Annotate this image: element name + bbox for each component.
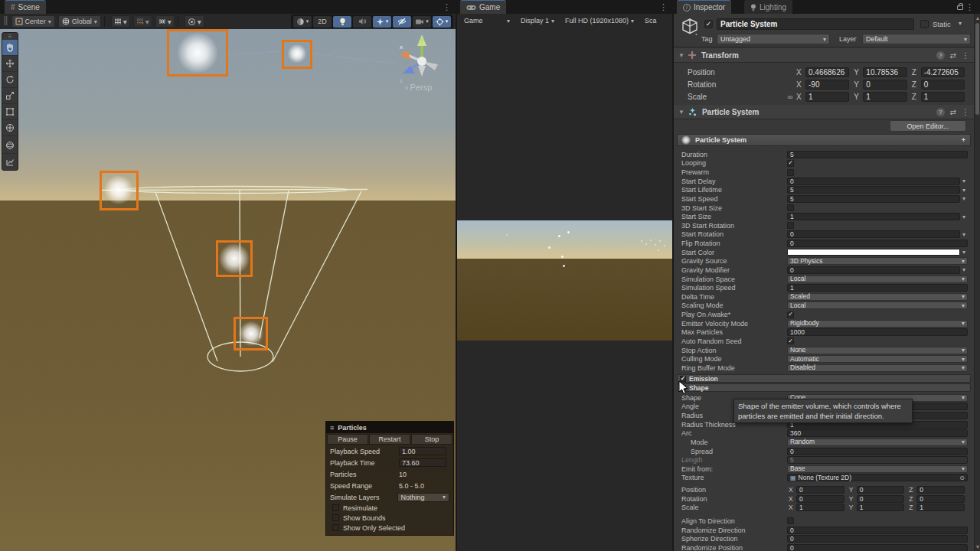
restart-button[interactable]: Restart xyxy=(369,434,410,445)
value-field[interactable]: 360 xyxy=(787,429,968,437)
overlay-dropdown[interactable]: Nothing▾ xyxy=(397,493,449,502)
vector-field[interactable]: 0 xyxy=(857,495,905,503)
value-field[interactable]: 0 xyxy=(787,178,960,185)
toolbar-handle-icon[interactable]: ‖ xyxy=(3,15,8,28)
value-field[interactable]: 5 xyxy=(787,151,968,158)
shading-mode-dropdown[interactable]: ▾ xyxy=(293,16,312,28)
grid-visual-dropdown[interactable]: ▾ xyxy=(111,15,130,28)
curve-dropdown-icon[interactable]: ▾ xyxy=(960,266,968,273)
tab-inspector[interactable]: i Inspector xyxy=(677,0,731,14)
scene-menu-kebab-icon[interactable]: ⋮ xyxy=(443,0,451,14)
stop-button[interactable]: Stop xyxy=(411,434,452,445)
curve-dropdown-icon[interactable]: ▾ xyxy=(960,187,968,194)
dropdown[interactable]: Local▾ xyxy=(787,276,968,283)
overlay-titlebar[interactable]: ≡ Particles xyxy=(326,422,453,433)
curve-dropdown-icon[interactable]: ▾ xyxy=(960,231,968,238)
value-field[interactable]: 0 xyxy=(787,448,968,455)
static-dropdown-arrow[interactable]: ▾ xyxy=(959,20,962,27)
scroll-down-icon[interactable]: ▼ xyxy=(975,544,980,549)
particle-system-header[interactable]: ▼ Particle System ? ⇄ ⋮ xyxy=(674,105,974,119)
dropdown[interactable]: Random▾ xyxy=(787,439,968,446)
overlay-field[interactable]: 1.00 xyxy=(399,447,446,455)
pivot-mode-dropdown[interactable]: Center▾ xyxy=(11,15,55,28)
scene-visibility-toggle[interactable] xyxy=(393,16,411,28)
inspector-scrollbar[interactable]: ▲ ▼ xyxy=(974,14,980,551)
grid-snapping-dropdown[interactable]: ▾ xyxy=(133,15,152,28)
transform-header[interactable]: ▼ Transform ? ⇄ ⋮ xyxy=(674,48,974,63)
available-tools[interactable] xyxy=(2,154,18,170)
object-field[interactable]: ▦None (Texture 2D)⊙ xyxy=(787,474,968,481)
gameobject-cube-icon[interactable] xyxy=(680,17,700,37)
vector-field[interactable]: 0 xyxy=(916,486,965,494)
vector-field[interactable]: 0 xyxy=(796,495,844,503)
curve-dropdown-icon[interactable]: ▾ xyxy=(960,178,968,184)
dropdown[interactable]: Scaled▾ xyxy=(787,293,968,301)
dropdown[interactable]: Disabled▾ xyxy=(787,364,968,372)
checkbox[interactable] xyxy=(787,517,794,524)
audio-toggle[interactable] xyxy=(353,16,371,28)
tab-scene[interactable]: # Scene xyxy=(5,0,46,14)
value-field[interactable]: 0 xyxy=(787,527,968,534)
vector-field[interactable]: 0 xyxy=(863,80,906,90)
vector-field[interactable]: 0.4668626 xyxy=(805,67,849,77)
rotate-tool[interactable] xyxy=(2,72,18,88)
particle-selection-box[interactable] xyxy=(282,40,312,69)
checkbox[interactable]: ✓ xyxy=(787,337,794,344)
snap-increment-dropdown[interactable]: ▾ xyxy=(155,15,175,28)
static-checkbox[interactable] xyxy=(920,20,929,28)
value-field[interactable]: 0 xyxy=(787,544,968,551)
kebab-icon[interactable]: ⋮ xyxy=(962,108,969,116)
dropdown[interactable]: None▾ xyxy=(787,347,968,354)
value-field[interactable]: 5 xyxy=(787,186,960,194)
gizmo-lock-icon[interactable] xyxy=(438,37,444,44)
gradient-dropdown-icon[interactable]: ▾ xyxy=(960,249,968,256)
orientation-dropdown[interactable]: Global▾ xyxy=(58,15,101,28)
value-field[interactable]: 1 xyxy=(787,213,960,220)
scrollbar-thumb[interactable] xyxy=(975,23,979,115)
transform-tool[interactable] xyxy=(2,120,18,136)
effects-dropdown[interactable]: ▾ xyxy=(373,16,391,28)
value-field[interactable]: 0 xyxy=(787,240,968,247)
tag-dropdown[interactable]: Untagged▾ xyxy=(717,34,830,44)
vector-field[interactable]: 1 xyxy=(796,504,844,511)
checkbox[interactable] xyxy=(332,524,339,531)
scale-tool[interactable] xyxy=(2,88,18,104)
particle-selection-box[interactable] xyxy=(216,240,253,277)
curve-dropdown-icon[interactable]: ▾ xyxy=(960,214,968,220)
value-field[interactable]: 5 xyxy=(787,195,960,203)
value-field[interactable]: 0 xyxy=(787,535,968,543)
vector-field[interactable]: 1 xyxy=(863,92,906,102)
tab-lighting[interactable]: Lighting xyxy=(744,0,792,14)
view-hand-tool[interactable] xyxy=(2,40,18,56)
shape-module-bar[interactable]: ✓ Shape xyxy=(677,383,971,392)
gameobject-enable-checkbox[interactable]: ✓ xyxy=(704,20,713,28)
dropdown[interactable]: 3D Physics▾ xyxy=(787,257,968,265)
overlay-field[interactable]: 73.60 xyxy=(399,458,446,467)
pause-button[interactable]: Pause xyxy=(327,434,368,445)
checkbox[interactable] xyxy=(787,222,794,229)
foldout-arrow-icon[interactable]: ▼ xyxy=(678,109,684,116)
gizmos-dropdown[interactable]: ▾ xyxy=(433,16,451,28)
vector-field[interactable]: 10.78536 xyxy=(863,67,906,77)
inspector-lock-icon[interactable] xyxy=(957,2,963,10)
vector-field[interactable]: 1 xyxy=(921,92,965,102)
resolution-dropdown[interactable]: Full HD (1920x1080)▾ xyxy=(561,15,638,27)
perspective-toggle[interactable]: ◃ Persp xyxy=(404,83,432,92)
dropdown[interactable]: Local▾ xyxy=(787,302,968,309)
curve-dropdown-icon[interactable]: ▾ xyxy=(960,195,968,202)
emission-module-bar[interactable]: ✓ Emission xyxy=(677,374,971,383)
lighting-toggle[interactable] xyxy=(333,16,351,28)
display-mode-dropdown[interactable]: Game▾ xyxy=(460,15,514,27)
object-picker-icon[interactable]: ⊙ xyxy=(959,474,965,481)
vector-field[interactable]: 0 xyxy=(916,495,965,503)
uniform-scale-link-icon[interactable]: ∞ xyxy=(784,93,796,101)
value-field[interactable]: 5 xyxy=(787,456,968,464)
move-tool[interactable] xyxy=(2,56,18,72)
presets-icon[interactable]: ⇄ xyxy=(950,51,956,60)
tab-game[interactable]: Game xyxy=(460,0,506,14)
tool-column-handle[interactable]: ≡ xyxy=(2,33,18,40)
dropdown[interactable]: Automatic▾ xyxy=(787,355,968,363)
help-icon[interactable]: ? xyxy=(936,108,945,116)
vector-field[interactable]: 0 xyxy=(857,486,905,494)
checkbox[interactable] xyxy=(787,204,794,211)
